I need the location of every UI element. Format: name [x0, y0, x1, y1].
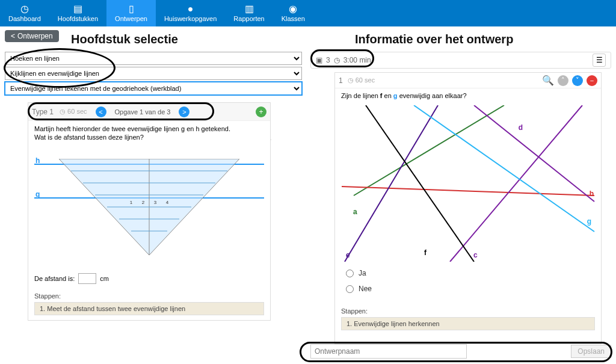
opslaan-button[interactable]: Opslaan — [571, 345, 611, 358]
title-hoofdstuk-selectie: Hoofdstuk selectie — [71, 32, 178, 46]
line-label-b: b — [590, 190, 594, 198]
option-yes-radio[interactable] — [346, 270, 354, 277]
select-hoofdstuk[interactable]: Hoeken en lijnen — [5, 52, 302, 65]
select-onderwerp[interactable]: Kijklijnen en evenwijdige lijnen — [5, 67, 302, 80]
svg-line-16 — [345, 105, 438, 262]
answer-unit: cm — [100, 275, 109, 282]
line-label-d: d — [519, 123, 523, 132]
steps-header-right: Stappen: — [335, 305, 601, 317]
next-opgave-button[interactable]: > — [179, 106, 189, 117]
chevron-down-icon: ˅ — [576, 76, 579, 84]
nav-hoofdstukken[interactable]: ▤Hoofdstukken — [49, 0, 106, 26]
ontwerp-time: 3:00 min — [343, 56, 371, 64]
nav-rapporten[interactable]: ▥Rapporten — [225, 0, 273, 26]
items-icon: ▣ — [316, 56, 322, 64]
chevron-left-icon: < — [99, 108, 102, 116]
option-yes[interactable]: Ja — [346, 269, 590, 277]
protractor-figure: h g 1234 — [34, 148, 264, 268]
svg-line-17 — [366, 105, 474, 262]
prev-opgave-button[interactable]: < — [96, 106, 106, 117]
item-question: Zijn de lijnen f en g evenwijdig aan elk… — [335, 88, 601, 103]
opgave-type: Type 1 — [32, 108, 54, 116]
svg-text:4: 4 — [166, 200, 169, 205]
move-down-button[interactable]: ˅ — [572, 75, 583, 86]
magnifier-icon: 🔍 — [542, 75, 554, 85]
line-label-g: g — [35, 190, 40, 199]
svg-text:3: 3 — [154, 200, 157, 205]
svg-line-13 — [342, 187, 594, 196]
remove-button[interactable]: − — [587, 75, 597, 86]
chart-icon: ▥ — [245, 4, 254, 14]
line-label-h: h — [35, 156, 40, 165]
person-icon: ◉ — [289, 4, 297, 14]
chevron-right-icon: > — [182, 108, 186, 116]
line-label-c: c — [473, 251, 478, 259]
geodriehoek-icon: 1234 — [59, 159, 239, 255]
svg-line-12 — [354, 105, 504, 196]
line-label-f: f — [424, 248, 427, 257]
option-no-radio[interactable] — [346, 285, 354, 293]
lines-figure: a b c d e f g — [341, 105, 595, 262]
back-button[interactable]: <Ontwerpen — [5, 30, 59, 42]
steps-header-left: Stappen: — [28, 290, 270, 302]
nav-dashboard[interactable]: ◷Dashboard — [0, 0, 49, 26]
ontwerp-item-card: 1 ◷ 60 sec 🔍 ˄ ˅ − Zijn de lijnen f en g… — [334, 72, 602, 344]
opgave-time: ◷ 60 sec — [60, 108, 87, 116]
opgave-text-line1: Martijn heeft hieronder de twee evenwijd… — [34, 125, 264, 133]
list-icon: ☰ — [596, 56, 603, 64]
option-yes-label: Ja — [359, 269, 366, 277]
line-label-a: a — [353, 208, 357, 216]
opgave-preview-card: Type 1 ◷ 60 sec < Opgave 1 van de 3 > + … — [28, 102, 271, 321]
alert-icon: ● — [188, 4, 194, 14]
nav-dashboard-label: Dashboard — [8, 15, 41, 22]
chevron-left-icon: < — [11, 32, 15, 40]
gauge-icon: ◷ — [20, 4, 29, 14]
ontwerp-count: 3 — [326, 56, 330, 64]
step-item-right: 1. Evenwijdige lijnen herkennen — [341, 317, 595, 330]
svg-text:2: 2 — [142, 200, 145, 205]
step-item-left: 1. Meet de afstand tussen twee evenwijdi… — [34, 302, 264, 315]
zoom-button[interactable]: 🔍 — [542, 75, 554, 86]
minus-icon: − — [590, 77, 594, 84]
svg-text:1: 1 — [130, 200, 133, 205]
nav-ontwerpen[interactable]: ▯Ontwerpen — [106, 0, 156, 26]
book-icon: ▤ — [73, 4, 82, 14]
nav-huiswerk-label: Huiswerkopgaven — [164, 15, 217, 22]
nav-klassen-label: Klassen — [282, 15, 305, 22]
item-number: 1 — [339, 76, 343, 85]
opslaan-label: Opslaan — [578, 347, 605, 356]
svg-line-18 — [414, 105, 594, 232]
opgave-text-line2: Wat is de afstand tussen deze lijnen? — [34, 133, 264, 141]
ontwerp-info-bar: ▣ 3 ◷ 3:00 min ☰ — [310, 52, 611, 69]
add-opgave-button[interactable]: + — [256, 106, 266, 117]
ontwerpnaam-input[interactable] — [310, 344, 467, 359]
item-time: ◷ 60 sec — [348, 76, 375, 84]
list-view-button[interactable]: ☰ — [593, 54, 606, 67]
nav-huiswerk[interactable]: ●Huiswerkopgaven — [156, 0, 225, 26]
clock-icon: ◷ — [334, 56, 340, 64]
answer-label: De afstand is: — [34, 275, 75, 282]
plus-icon: + — [259, 108, 263, 116]
option-no[interactable]: Nee — [346, 285, 590, 293]
select-werkblad[interactable]: Evenwijdige lijnen tekenen met de geodri… — [5, 82, 302, 95]
option-no-label: Nee — [359, 285, 372, 293]
nav-rapporten-label: Rapporten — [233, 15, 264, 22]
line-label-g-right: g — [587, 217, 591, 226]
title-info-ontwerp: Informatie over het ontwerp — [355, 32, 513, 46]
answer-input[interactable] — [78, 273, 96, 284]
chevron-up-icon: ˄ — [561, 76, 565, 84]
nav-klassen[interactable]: ◉Klassen — [273, 0, 313, 26]
nav-hoofdstukken-label: Hoofdstukken — [58, 15, 98, 22]
file-icon: ▯ — [129, 4, 134, 14]
back-label: Ontwerpen — [17, 32, 53, 40]
line-label-e: e — [346, 251, 350, 259]
svg-line-14 — [450, 105, 582, 262]
opgave-pager: Opgave 1 van de 3 — [115, 108, 171, 116]
move-up-button[interactable]: ˄ — [558, 75, 568, 86]
svg-line-15 — [474, 105, 594, 202]
nav-ontwerpen-label: Ontwerpen — [115, 15, 147, 22]
